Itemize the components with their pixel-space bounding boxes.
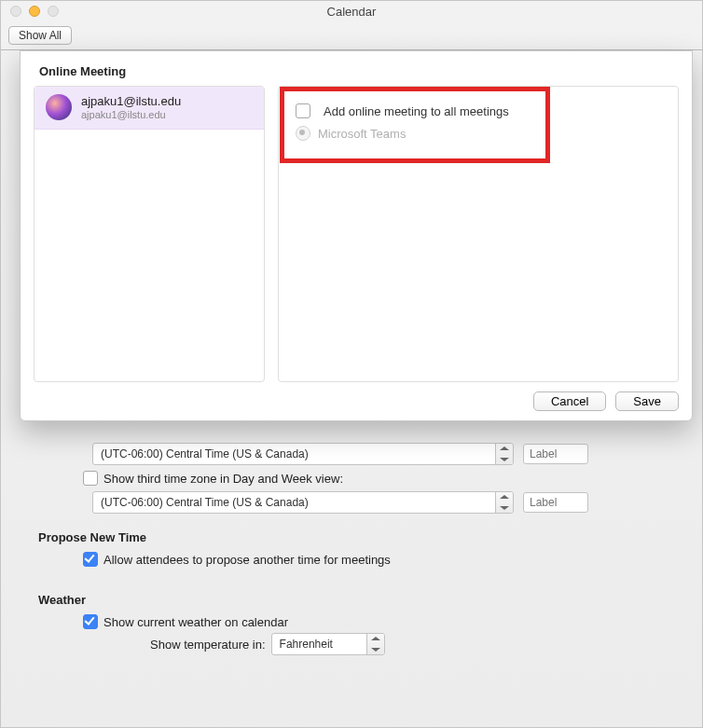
save-button[interactable]: Save — [615, 391, 679, 411]
account-subtitle: ajpaku1@ilstu.edu — [81, 109, 181, 121]
sheet-title: Online Meeting — [39, 64, 679, 78]
titlebar: Calendar — [1, 1, 702, 21]
close-icon[interactable] — [10, 6, 21, 17]
stepper-icon — [495, 492, 513, 513]
third-timezone-label: Show third time zone in Day and Week vie… — [103, 472, 343, 486]
preferences-window: Calendar Show All (UTC-06:00) Central Ti… — [0, 0, 703, 728]
online-meeting-sheet: Online Meeting ajpaku1@ilstu.edu ajpaku1… — [20, 50, 693, 421]
propose-allow-checkbox[interactable] — [83, 552, 98, 567]
timezone-row-2: (UTC-06:00) Central Time (US & Canada) — [92, 491, 665, 514]
window-controls — [10, 6, 59, 17]
zoom-icon[interactable] — [48, 6, 59, 17]
show-all-button[interactable]: Show All — [8, 26, 72, 45]
toolbar: Show All — [1, 21, 702, 50]
account-item[interactable]: ajpaku1@ilstu.edu ajpaku1@ilstu.edu — [34, 87, 264, 130]
timezone-label-input-1[interactable] — [523, 444, 588, 464]
options-area: Add online meeting to all meetings Micro… — [279, 87, 678, 165]
avatar — [46, 94, 72, 120]
minimize-icon[interactable] — [29, 6, 40, 17]
add-online-row: Add online meeting to all meetings — [296, 103, 661, 118]
timezone-select-1[interactable]: (UTC-06:00) Central Time (US & Canada) — [92, 443, 514, 465]
account-list-panel: ajpaku1@ilstu.edu ajpaku1@ilstu.edu — [34, 86, 265, 382]
stepper-icon — [495, 444, 513, 464]
timezone-label-input-2[interactable] — [523, 492, 588, 513]
propose-section-title: Propose New Time — [38, 530, 665, 544]
add-online-label: Add online meeting to all meetings — [324, 104, 509, 118]
timezone-value-1: (UTC-06:00) Central Time (US & Canada) — [101, 447, 309, 460]
propose-allow-row: Allow attendees to propose another time … — [83, 552, 665, 567]
add-online-checkbox[interactable] — [296, 103, 310, 118]
meeting-options-panel: Add online meeting to all meetings Micro… — [278, 86, 679, 382]
timezone-value-2: (UTC-06:00) Central Time (US & Canada) — [101, 496, 309, 509]
teams-row: Microsoft Teams — [296, 126, 661, 141]
temperature-unit-label: Show temperature in: — [150, 638, 266, 652]
sheet-footer: Cancel Save — [34, 391, 679, 411]
sheet-body: ajpaku1@ilstu.edu ajpaku1@ilstu.edu Add … — [34, 86, 679, 382]
account-lines: ajpaku1@ilstu.edu ajpaku1@ilstu.edu — [81, 94, 181, 121]
third-timezone-checkbox[interactable] — [83, 471, 98, 486]
temperature-unit-select[interactable]: Fahrenheit — [271, 633, 385, 655]
weather-show-row: Show current weather on calendar — [83, 614, 665, 629]
cancel-button[interactable]: Cancel — [533, 391, 606, 411]
timezone-select-2[interactable]: (UTC-06:00) Central Time (US & Canada) — [92, 491, 514, 514]
teams-label: Microsoft Teams — [318, 127, 406, 141]
temperature-unit-value: Fahrenheit — [280, 638, 333, 651]
propose-allow-label: Allow attendees to propose another time … — [103, 553, 391, 567]
window-title: Calendar — [8, 5, 695, 19]
stepper-icon — [366, 634, 384, 654]
account-display: ajpaku1@ilstu.edu — [81, 94, 181, 109]
content-area: (UTC-06:00) Central Time (US & Canada) S… — [1, 50, 702, 727]
weather-unit-row: Show temperature in: Fahrenheit — [83, 633, 665, 655]
weather-show-label: Show current weather on calendar — [103, 615, 288, 629]
weather-section-title: Weather — [38, 593, 665, 607]
teams-radio — [296, 126, 310, 141]
third-timezone-row: Show third time zone in Day and Week vie… — [83, 471, 665, 486]
timezone-row-1: (UTC-06:00) Central Time (US & Canada) — [92, 443, 665, 465]
weather-show-checkbox[interactable] — [83, 614, 98, 629]
